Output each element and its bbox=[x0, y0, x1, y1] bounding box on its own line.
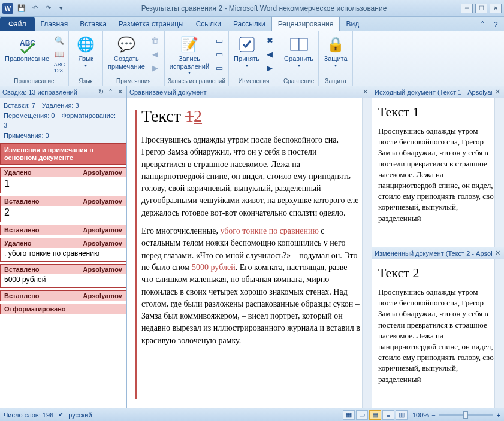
change-entry[interactable]: Отформатировано bbox=[0, 304, 126, 314]
view-outline-icon[interactable]: ≡ bbox=[382, 410, 394, 420]
change-entry[interactable]: УдаленоApsolyamov, убого тонкие по сравн… bbox=[0, 238, 126, 262]
minimize-button[interactable]: ━ bbox=[461, 4, 473, 13]
save-icon[interactable]: 💾 bbox=[16, 2, 28, 14]
changes-list-header: Изменения и примечания в основном докуме… bbox=[0, 143, 126, 165]
close-pane-icon[interactable]: ✕ bbox=[116, 88, 124, 96]
svg-rect-2 bbox=[291, 38, 299, 50]
language-status[interactable]: русский bbox=[68, 411, 92, 419]
reviewing-pane-icon[interactable]: ▭ bbox=[213, 61, 226, 74]
compare-icon bbox=[289, 35, 309, 54]
spelling-button[interactable]: ABC Правописание bbox=[2, 34, 52, 64]
collapse-icon[interactable]: ⌃ bbox=[106, 88, 114, 96]
view-print-layout-icon[interactable]: ▦ bbox=[343, 410, 355, 420]
delete-comment-icon[interactable]: 🗑 bbox=[149, 34, 162, 47]
maximize-button[interactable]: ☐ bbox=[475, 4, 487, 13]
tab-view[interactable]: Вид bbox=[340, 17, 365, 31]
ribbon-tabs: Файл Главная Вставка Разметка страницы С… bbox=[0, 17, 504, 31]
close-revised-icon[interactable]: ✕ bbox=[493, 249, 502, 258]
reject-icon[interactable]: ✖ bbox=[263, 34, 276, 47]
thesaurus-icon[interactable]: 📖 bbox=[53, 47, 66, 60]
zoom-out-icon[interactable]: − bbox=[431, 411, 435, 419]
group-language: 🌐 Язык▾ Язык bbox=[69, 31, 103, 86]
accept-button[interactable]: Принять▾ bbox=[231, 34, 262, 69]
lock-icon: 🔒 bbox=[326, 35, 345, 54]
view-fullscreen-icon[interactable]: ▭ bbox=[356, 410, 368, 420]
zoom-thumb[interactable] bbox=[463, 411, 468, 419]
tab-insert[interactable]: Вставка bbox=[74, 17, 113, 31]
change-type: Удалено bbox=[4, 169, 32, 176]
change-entry-header: ВставленоApsolyamov bbox=[1, 196, 126, 206]
compare-button[interactable]: Сравнить▾ bbox=[282, 34, 316, 69]
close-center-icon[interactable]: ✕ bbox=[361, 88, 369, 96]
protect-button[interactable]: 🔒 Защита▾ bbox=[321, 34, 350, 69]
workspace: Сводка: 13 исправлений ↻ ⌃ ✕ Вставки: 7 … bbox=[0, 86, 504, 408]
compared-document-panel: Сравниваемый документ ✕ Текст 12 Проснув… bbox=[127, 86, 372, 408]
zoom-value[interactable]: 100% bbox=[412, 411, 429, 419]
prev-change-icon[interactable]: ◀ bbox=[263, 47, 276, 60]
next-change-icon[interactable]: ▶ bbox=[263, 61, 276, 74]
word-count[interactable]: Число слов: 196 bbox=[4, 411, 53, 419]
summary-stats: Вставки: 7 Удаления: 3 Перемещения: 0 Фо… bbox=[0, 98, 126, 143]
group-protect: 🔒 Защита▾ Защита bbox=[319, 31, 353, 86]
tab-review[interactable]: Рецензирование bbox=[271, 17, 340, 31]
reviewing-pane-header: Сводка: 13 исправлений ↻ ⌃ ✕ bbox=[0, 86, 126, 98]
display-for-review-icon[interactable]: ▭ bbox=[213, 34, 226, 47]
svg-rect-3 bbox=[299, 38, 307, 50]
revised-heading: Текст 2 bbox=[378, 265, 498, 281]
tab-mailings[interactable]: Рассылки bbox=[227, 17, 271, 31]
scrollbar[interactable] bbox=[494, 259, 504, 408]
new-comment-button[interactable]: 💬 Создать примечание bbox=[105, 34, 147, 71]
next-comment-icon[interactable]: ▶ bbox=[149, 61, 162, 74]
source-doc-body[interactable]: Текст 1 Проснувшись однажды утром после … bbox=[372, 98, 504, 247]
redo-icon[interactable]: ↷ bbox=[42, 2, 54, 14]
tab-file[interactable]: Файл bbox=[0, 17, 35, 31]
zoom-in-icon[interactable]: + bbox=[497, 411, 500, 419]
source-paragraph: Проснувшись однажды утром после беспокой… bbox=[378, 126, 498, 224]
change-entry-header: УдаленоApsolyamov bbox=[1, 168, 126, 177]
compared-doc-header: Сравниваемый документ ✕ bbox=[127, 86, 372, 98]
help-icon[interactable]: ? bbox=[491, 19, 500, 29]
tab-references[interactable]: Ссылки bbox=[190, 17, 227, 31]
undo-icon[interactable]: ↶ bbox=[29, 2, 41, 14]
changes-list[interactable]: Изменения и примечания в основном докуме… bbox=[0, 143, 126, 408]
tab-page-layout[interactable]: Разметка страницы bbox=[113, 17, 190, 31]
qat-more-icon[interactable]: ▾ bbox=[55, 2, 67, 14]
tab-home[interactable]: Главная bbox=[35, 17, 74, 31]
change-author: Apsolyamov bbox=[83, 266, 122, 273]
proofing-status-icon[interactable]: ✔ bbox=[58, 411, 64, 419]
change-author: Apsolyamov bbox=[83, 198, 122, 205]
change-entry[interactable]: ВставленоApsolyamov 5000 рублей bbox=[0, 264, 126, 288]
change-entry[interactable]: ВставленоApsolyamov2 bbox=[0, 196, 126, 222]
revised-document-panel: Измененный документ (Текст 2 - Apsoly ✕ … bbox=[372, 247, 504, 408]
change-entry-header: ВставленоApsolyamov bbox=[1, 265, 126, 274]
scrollbar[interactable] bbox=[362, 98, 372, 408]
compared-doc-body[interactable]: Текст 12 Проснувшись однажды утром после… bbox=[127, 98, 372, 408]
prev-comment-icon[interactable]: ◀ bbox=[149, 47, 162, 60]
view-web-layout-icon[interactable]: ▤ bbox=[369, 410, 381, 420]
change-entry[interactable]: УдаленоApsolyamov1 bbox=[0, 167, 126, 193]
spelling-icon: ABC bbox=[17, 35, 37, 54]
wordcount-icon[interactable]: ABC123 bbox=[53, 61, 66, 74]
track-changes-button[interactable]: 📝 Запись исправлений▾ bbox=[167, 34, 212, 77]
language-button[interactable]: 🌐 Язык▾ bbox=[71, 34, 100, 69]
ribbon-minimize-icon[interactable]: ˄ bbox=[478, 19, 487, 29]
close-button[interactable]: ✕ bbox=[490, 4, 502, 13]
revised-paragraph: Проснувшись однажды утром после беспокой… bbox=[378, 287, 498, 385]
research-icon[interactable]: 🔍 bbox=[53, 34, 66, 47]
change-type: Отформатировано bbox=[4, 305, 66, 313]
refresh-icon[interactable]: ↻ bbox=[96, 88, 105, 96]
close-source-icon[interactable]: ✕ bbox=[493, 88, 502, 96]
change-entry[interactable]: ВставленоApsolyamov bbox=[0, 225, 126, 235]
revised-doc-body[interactable]: Текст 2 Проснувшись однажды утром после … bbox=[372, 259, 504, 408]
zoom-slider[interactable] bbox=[439, 414, 493, 416]
revised-doc-header: Измененный документ (Текст 2 - Apsoly ✕ bbox=[372, 247, 504, 259]
change-entry-header: ВставленоApsolyamov bbox=[1, 291, 126, 301]
track-changes-icon: 📝 bbox=[180, 35, 199, 54]
change-entry-header: ВставленоApsolyamov bbox=[1, 225, 126, 235]
scrollbar[interactable] bbox=[494, 98, 504, 247]
change-body: 1 bbox=[1, 177, 126, 193]
change-entry[interactable]: ВставленоApsolyamov bbox=[0, 290, 126, 301]
group-changes: Принять▾ ✖ ◀ ▶ Изменения bbox=[229, 31, 279, 86]
show-markup-icon[interactable]: ▭ bbox=[213, 47, 226, 60]
view-draft-icon[interactable]: ▥ bbox=[396, 410, 408, 420]
